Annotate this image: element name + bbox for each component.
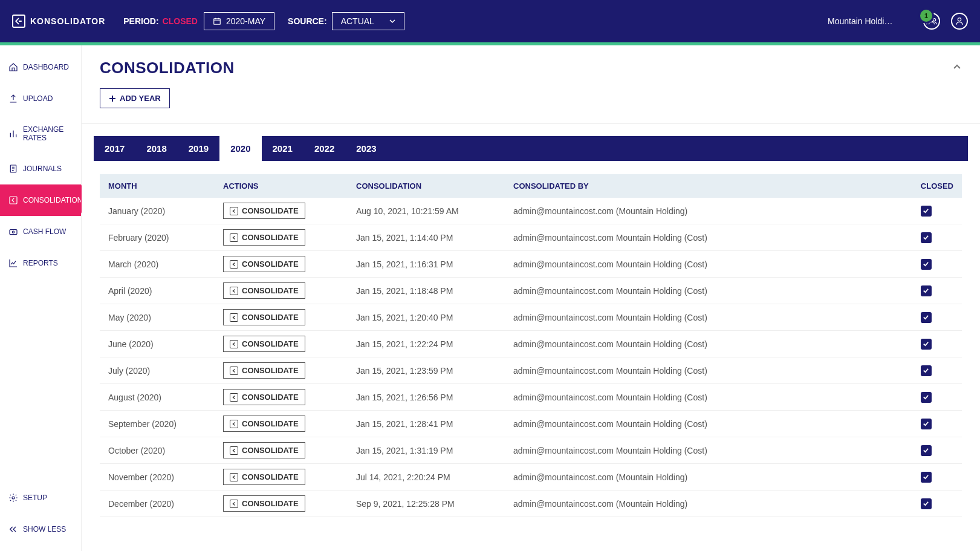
table-row: January (2020)CONSOLIDATEAug 10, 2021, 1… bbox=[100, 198, 962, 224]
consolidate-icon bbox=[230, 207, 238, 215]
cell-consolidation: Jan 15, 2021, 1:18:48 PM bbox=[348, 278, 505, 304]
sidebar-show-less[interactable]: SHOW LESS bbox=[0, 514, 81, 545]
closed-checkbox[interactable] bbox=[921, 285, 932, 296]
consolidate-label: CONSOLIDATE bbox=[242, 419, 299, 428]
sidebar-item-dashboard[interactable]: DASHBOARD bbox=[0, 51, 81, 83]
cell-consolidation: Jan 15, 2021, 1:14:40 PM bbox=[348, 224, 505, 251]
year-tab-2022[interactable]: 2022 bbox=[303, 136, 345, 161]
consolidate-button[interactable]: CONSOLIDATE bbox=[223, 309, 305, 325]
cell-closed bbox=[912, 198, 962, 224]
closed-checkbox[interactable] bbox=[921, 312, 932, 323]
cell-closed bbox=[912, 491, 962, 517]
cell-consolidated-by: admin@mountaincost.com Mountain Holding … bbox=[505, 437, 912, 464]
table-row: May (2020)CONSOLIDATEJan 15, 2021, 1:20:… bbox=[100, 304, 962, 331]
consolidate-label: CONSOLIDATE bbox=[242, 206, 299, 215]
source-selector[interactable]: ACTUAL bbox=[332, 12, 404, 30]
user-button[interactable] bbox=[951, 13, 968, 30]
consolidate-label: CONSOLIDATE bbox=[242, 366, 299, 375]
sidebar-item-upload[interactable]: UPLOAD bbox=[0, 83, 81, 114]
calendar-icon bbox=[213, 17, 221, 25]
cell-actions: CONSOLIDATE bbox=[215, 198, 348, 224]
consolidate-button[interactable]: CONSOLIDATE bbox=[223, 389, 305, 405]
closed-checkbox[interactable] bbox=[921, 259, 932, 270]
consolidate-button[interactable]: CONSOLIDATE bbox=[223, 256, 305, 272]
add-year-button[interactable]: ADD YEAR bbox=[100, 88, 170, 108]
cell-consolidation: Jan 15, 2021, 1:28:41 PM bbox=[348, 411, 505, 437]
chevron-down-icon bbox=[389, 18, 395, 24]
year-tabs: 2017201820192020202120222023 bbox=[94, 136, 968, 161]
closed-checkbox[interactable] bbox=[921, 206, 932, 217]
col-month: MONTH bbox=[100, 174, 215, 198]
closed-checkbox[interactable] bbox=[921, 365, 932, 376]
year-tab-2019[interactable]: 2019 bbox=[178, 136, 219, 161]
year-tab-2018[interactable]: 2018 bbox=[135, 136, 177, 161]
closed-checkbox[interactable] bbox=[921, 472, 932, 483]
sidebar-item-label: CONSOLIDATION bbox=[23, 196, 82, 204]
brand-logo[interactable]: KONSOLIDATOR bbox=[12, 15, 105, 28]
brand-text: KONSOLIDATOR bbox=[30, 16, 105, 26]
cell-month: December (2020) bbox=[100, 491, 215, 517]
group-button[interactable]: 1 bbox=[923, 13, 940, 30]
consolidate-button[interactable]: CONSOLIDATE bbox=[223, 229, 305, 246]
sidebar-item-exchange-rates[interactable]: EXCHANGE RATES bbox=[0, 114, 81, 153]
cell-closed bbox=[912, 331, 962, 357]
consolidate-button[interactable]: CONSOLIDATE bbox=[223, 469, 305, 485]
consolidate-button[interactable]: CONSOLIDATE bbox=[223, 495, 305, 512]
company-name[interactable]: Mountain Holdin... bbox=[828, 16, 894, 26]
closed-checkbox[interactable] bbox=[921, 392, 932, 403]
period-selector[interactable]: 2020-MAY bbox=[204, 12, 274, 30]
cell-month: June (2020) bbox=[100, 331, 215, 357]
sidebar-item-journals[interactable]: JOURNALS bbox=[0, 153, 81, 184]
svg-point-8 bbox=[12, 231, 14, 233]
closed-checkbox[interactable] bbox=[921, 339, 932, 350]
sidebar-item-setup[interactable]: SETUP bbox=[0, 482, 81, 514]
topbar: KONSOLIDATOR PERIOD: CLOSED 2020-MAY SOU… bbox=[0, 0, 980, 42]
closed-checkbox[interactable] bbox=[921, 445, 932, 456]
consolidate-button[interactable]: CONSOLIDATE bbox=[223, 362, 305, 379]
year-tab-2020[interactable]: 2020 bbox=[219, 136, 261, 161]
consolidate-label: CONSOLIDATE bbox=[242, 313, 299, 322]
closed-checkbox[interactable] bbox=[921, 419, 932, 429]
consolidate-label: CONSOLIDATE bbox=[242, 259, 299, 269]
sidebar-item-reports[interactable]: REPORTS bbox=[0, 247, 81, 279]
cell-month: February (2020) bbox=[100, 224, 215, 251]
sidebar-item-label: CASH FLOW bbox=[23, 227, 66, 236]
year-tab-2023[interactable]: 2023 bbox=[345, 136, 387, 161]
sidebar-item-label: DASHBOARD bbox=[23, 63, 69, 71]
consolidate-icon bbox=[230, 340, 238, 348]
cell-consolidated-by: admin@mountaincost.com Mountain Holding … bbox=[505, 331, 912, 357]
closed-checkbox[interactable] bbox=[921, 232, 932, 243]
consolidate-icon bbox=[230, 446, 238, 455]
year-tab-2017[interactable]: 2017 bbox=[94, 136, 135, 161]
closed-checkbox[interactable] bbox=[921, 498, 932, 509]
cell-consolidated-by: admin@mountaincost.com Mountain Holding … bbox=[505, 224, 912, 251]
consolidate-button[interactable]: CONSOLIDATE bbox=[223, 203, 305, 219]
table-row: April (2020)CONSOLIDATEJan 15, 2021, 1:1… bbox=[100, 278, 962, 304]
cell-month: September (2020) bbox=[100, 411, 215, 437]
cell-actions: CONSOLIDATE bbox=[215, 357, 348, 384]
sidebar-item-consolidation[interactable]: CONSOLIDATION bbox=[0, 184, 81, 216]
cell-consolidation: Jul 14, 2021, 2:20:24 PM bbox=[348, 464, 505, 491]
cell-consolidation: Jan 15, 2021, 1:22:24 PM bbox=[348, 331, 505, 357]
year-tab-2021[interactable]: 2021 bbox=[262, 136, 303, 161]
cell-closed bbox=[912, 251, 962, 278]
consolidate-button[interactable]: CONSOLIDATE bbox=[223, 416, 305, 432]
cell-consolidation: Jan 15, 2021, 1:16:31 PM bbox=[348, 251, 505, 278]
sidebar-item-label: JOURNALS bbox=[23, 165, 62, 173]
consolidate-button[interactable]: CONSOLIDATE bbox=[223, 282, 305, 299]
brand-icon bbox=[12, 15, 25, 28]
cell-consolidation: Aug 10, 2021, 10:21:59 AM bbox=[348, 198, 505, 224]
cell-month: August (2020) bbox=[100, 384, 215, 411]
sidebar-item-cash-flow[interactable]: CASH FLOW bbox=[0, 216, 81, 247]
consolidate-button[interactable]: CONSOLIDATE bbox=[223, 442, 305, 458]
svg-rect-0 bbox=[214, 19, 221, 24]
collapse-panel-button[interactable] bbox=[952, 62, 962, 72]
sidebar-item-label: UPLOAD bbox=[23, 94, 53, 103]
cell-actions: CONSOLIDATE bbox=[215, 278, 348, 304]
table-row: June (2020)CONSOLIDATEJan 15, 2021, 1:22… bbox=[100, 331, 962, 357]
svg-rect-6 bbox=[10, 197, 17, 204]
consolidate-button[interactable]: CONSOLIDATE bbox=[223, 336, 305, 352]
cell-consolidated-by: admin@mountaincost.com (Mountain Holding… bbox=[505, 464, 912, 491]
consolidate-icon bbox=[230, 260, 238, 269]
cell-closed bbox=[912, 278, 962, 304]
